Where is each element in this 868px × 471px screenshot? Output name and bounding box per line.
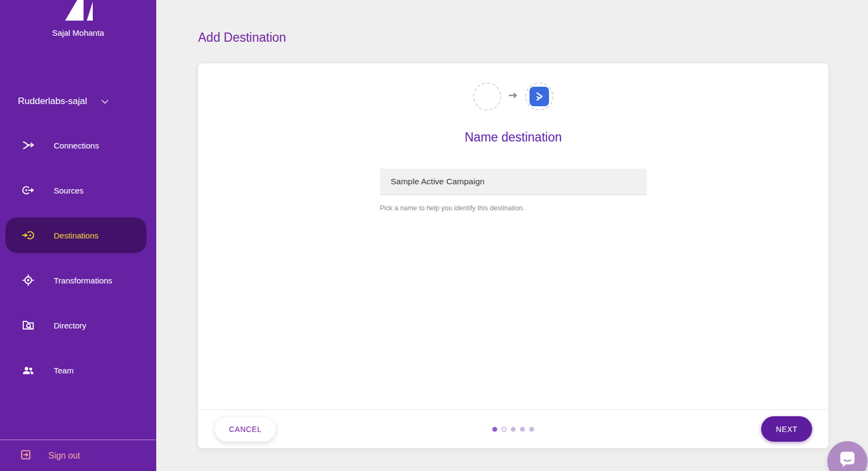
sidebar-item-label: Sources: [54, 186, 84, 195]
name-form: Pick a name to help you identify this de…: [380, 169, 647, 212]
destination-name-input[interactable]: [380, 169, 647, 195]
next-button[interactable]: NEXT: [761, 416, 812, 442]
workspace-selector[interactable]: Rudderlabs-sajal: [18, 96, 108, 107]
progress-dot-current: [502, 427, 507, 431]
workspace-name: Rudderlabs-sajal: [18, 96, 87, 107]
destination-circle: [525, 82, 553, 111]
sidebar-item-label: Destinations: [54, 231, 99, 240]
sidebar-item-connections[interactable]: Connections: [5, 127, 146, 163]
rudderstack-logo: [0, 0, 156, 21]
cancel-button[interactable]: CANCEL: [214, 417, 276, 442]
sign-out-button[interactable]: Sign out: [0, 440, 156, 471]
sidebar-item-sources[interactable]: Sources: [5, 172, 146, 208]
destinations-icon: [21, 228, 36, 242]
connection-stepper: [198, 82, 828, 111]
progress-dot-upcoming: [529, 427, 534, 431]
sidebar-item-label: Transformations: [54, 276, 112, 285]
chat-bubble-icon: [837, 449, 858, 471]
sign-out-icon: [20, 448, 33, 463]
activecampaign-icon: [529, 87, 549, 106]
progress-dot-done: [493, 427, 497, 431]
sidebar-item-destinations[interactable]: Destinations: [5, 217, 146, 253]
sidebar-item-label: Connections: [54, 141, 99, 150]
transformations-icon: [21, 273, 36, 287]
sources-icon: [21, 183, 36, 197]
directory-icon: [21, 318, 36, 332]
page-title: Add Destination: [198, 30, 286, 45]
wizard-footer: CANCEL NEXT: [198, 409, 828, 448]
progress-dot-upcoming: [511, 427, 516, 431]
add-destination-card: Name destination Pick a name to help you…: [198, 63, 828, 448]
sidebar-item-directory[interactable]: Directory: [5, 307, 146, 343]
connections-icon: [21, 138, 36, 152]
sidebar-item-label: Directory: [54, 321, 86, 330]
name-helper-text: Pick a name to help you identify this de…: [380, 204, 647, 212]
sidebar-item-label: Team: [54, 366, 74, 375]
user-name: Sajal Mohanta: [0, 28, 156, 37]
sign-out-label: Sign out: [48, 451, 80, 461]
sidebar-item-team[interactable]: Team: [5, 352, 146, 388]
source-placeholder-circle: [473, 82, 501, 111]
chat-widget-button[interactable]: [827, 441, 867, 471]
team-icon: [21, 363, 36, 377]
arrow-right-icon: [508, 91, 518, 102]
progress-dots: [493, 427, 534, 431]
progress-dot-upcoming: [520, 427, 525, 431]
step-heading: Name destination: [198, 130, 828, 145]
sidebar: Sajal Mohanta Rudderlabs-sajal Connectio…: [0, 0, 156, 471]
sidebar-nav: Connections Sources Destinations: [0, 127, 156, 397]
sidebar-item-transformations[interactable]: Transformations: [5, 262, 146, 298]
chevron-down-icon: [101, 96, 108, 107]
